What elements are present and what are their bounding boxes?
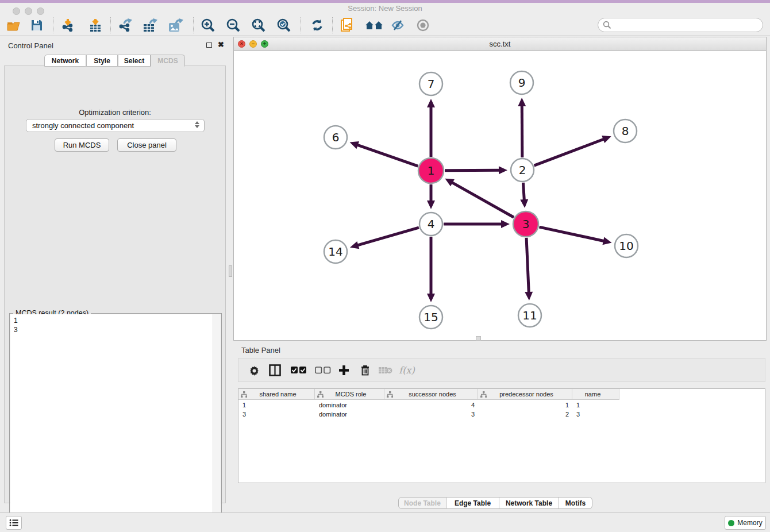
column-header-predecessor-nodes[interactable]: predecessor nodes xyxy=(478,389,572,400)
export-image-icon[interactable] xyxy=(167,17,185,34)
edge-arrowhead xyxy=(525,292,533,300)
mcds-result-text[interactable]: 1 3 xyxy=(10,314,213,527)
import-table-icon[interactable] xyxy=(86,17,105,34)
status-bar: Memory xyxy=(0,512,770,532)
memory-button[interactable]: Memory xyxy=(725,516,766,530)
table-toolbar: f(x) xyxy=(238,358,765,382)
zoom-out-icon[interactable] xyxy=(224,17,242,34)
graph-edge-1-2[interactable] xyxy=(445,170,500,171)
tab-network-table[interactable]: Network Table xyxy=(499,497,559,509)
import-network-icon[interactable] xyxy=(59,17,77,34)
graph-edge-2-3[interactable] xyxy=(523,183,524,201)
refresh-icon[interactable] xyxy=(308,17,326,34)
network-canvas[interactable]: 7968124314101511 xyxy=(234,51,766,340)
zoom-selected-icon[interactable] xyxy=(275,17,293,34)
search-field[interactable] xyxy=(598,18,763,32)
add-row-icon[interactable] xyxy=(335,358,352,381)
control-panel-header: Control Panel ✖ xyxy=(0,37,230,53)
toolbar-separator xyxy=(301,17,301,33)
criterion-value: strongly connected component xyxy=(32,121,134,130)
cell-successor-nodes[interactable]: 4 xyxy=(384,400,478,410)
export-table-icon[interactable] xyxy=(141,17,160,34)
edge-arrowhead xyxy=(518,98,526,106)
graph-edge-1-6[interactable] xyxy=(356,145,418,167)
settings-gear-icon[interactable] xyxy=(247,358,261,381)
table-row[interactable]: 1dominator411 xyxy=(238,400,619,410)
node-table[interactable]: shared nameMCDS rolesuccessor nodesprede… xyxy=(238,388,765,483)
tab-network[interactable]: Network xyxy=(44,55,86,67)
network-window-titlebar[interactable]: × − + scc.txt xyxy=(234,37,766,51)
column-header-shared-name[interactable]: shared name xyxy=(238,389,315,400)
cell-name[interactable]: 1 xyxy=(572,400,619,410)
close-panel-button[interactable]: Close panel xyxy=(117,138,176,152)
table-header-row: shared nameMCDS rolesuccessor nodesprede… xyxy=(238,389,619,400)
function-builder-icon: f(x) xyxy=(397,358,417,381)
graph-edge-2-8[interactable] xyxy=(534,138,605,165)
graph-edge-3-11[interactable] xyxy=(526,238,529,294)
tab-edge-table[interactable]: Edge Table xyxy=(446,497,499,509)
graph-edge-3-1[interactable] xyxy=(451,182,514,218)
result-scrollbar[interactable] xyxy=(213,314,221,527)
save-session-icon[interactable] xyxy=(28,17,46,34)
hide-selected-icon[interactable] xyxy=(388,17,407,34)
graph-node-label: 6 xyxy=(332,130,340,144)
cell-name[interactable]: 3 xyxy=(572,410,619,419)
toolbar-separator xyxy=(53,17,53,33)
search-input[interactable] xyxy=(611,21,749,29)
graph-node-label: 11 xyxy=(522,309,537,322)
show-all-icon[interactable] xyxy=(414,17,432,34)
cell-shared-name[interactable]: 1 xyxy=(238,400,315,410)
edge-arrowhead xyxy=(427,201,435,209)
column-header-successor-nodes[interactable]: successor nodes xyxy=(384,389,478,400)
deselect-all-icon[interactable] xyxy=(313,358,333,381)
column-header-name[interactable]: name xyxy=(572,389,619,400)
sort-column-icon[interactable] xyxy=(317,391,324,398)
cell-successor-nodes[interactable]: 3 xyxy=(384,410,478,419)
export-network-icon[interactable] xyxy=(116,17,134,34)
task-history-button[interactable] xyxy=(6,516,22,530)
first-neighbors-icon[interactable] xyxy=(363,17,385,34)
float-panel-icon[interactable] xyxy=(206,43,212,48)
control-panel-title: Control Panel xyxy=(8,41,53,50)
app-titlebar[interactable]: Session: New Session xyxy=(0,3,770,15)
tab-node-table[interactable]: Node Table xyxy=(398,497,446,509)
column-header-MCDS-role[interactable]: MCDS role xyxy=(315,389,384,400)
fit-content-icon[interactable] xyxy=(249,17,268,34)
edge-arrowhead xyxy=(602,237,611,245)
dropdown-stepper-icon xyxy=(195,121,199,128)
delete-row-icon[interactable] xyxy=(357,358,373,381)
graph-node-label: 1 xyxy=(428,164,435,178)
cell-predecessor-nodes[interactable]: 2 xyxy=(478,410,572,419)
select-all-icon[interactable] xyxy=(289,358,309,381)
criterion-dropdown[interactable]: strongly connected component xyxy=(26,119,205,132)
zoom-in-icon[interactable] xyxy=(199,17,217,34)
sort-column-icon[interactable] xyxy=(387,391,393,398)
cell-shared-name[interactable]: 3 xyxy=(238,410,315,419)
run-mcds-button[interactable]: Run MCDS xyxy=(55,138,109,152)
panel-splitter-handle[interactable] xyxy=(229,265,232,277)
tab-select[interactable]: Select xyxy=(118,55,151,67)
copy-view-icon[interactable] xyxy=(338,17,356,34)
sort-column-icon[interactable] xyxy=(480,391,487,398)
memory-status-icon xyxy=(728,520,734,526)
cell-predecessor-nodes[interactable]: 1 xyxy=(478,400,572,410)
horizontal-splitter-handle[interactable] xyxy=(476,336,481,341)
tab-motifs[interactable]: Motifs xyxy=(559,497,592,509)
cell-MCDS-role[interactable]: dominator xyxy=(315,410,384,419)
graph-edge-2-9[interactable] xyxy=(522,105,522,157)
graph-edge-3-10[interactable] xyxy=(539,227,605,241)
table-row[interactable]: 3dominator323 xyxy=(238,410,619,419)
open-file-icon[interactable] xyxy=(5,17,23,34)
graph-node-label: 15 xyxy=(424,310,438,324)
memory-label: Memory xyxy=(737,519,762,527)
tab-style[interactable]: Style xyxy=(86,55,118,67)
graph-edge-4-14[interactable] xyxy=(357,228,419,245)
cell-MCDS-role[interactable]: dominator xyxy=(315,400,384,410)
tab-mcds[interactable]: MCDS xyxy=(151,55,185,67)
sort-column-icon[interactable] xyxy=(241,391,247,398)
toolbar-separator xyxy=(193,17,194,33)
toolbar-separator xyxy=(332,17,333,33)
edge-arrowhead xyxy=(499,166,507,174)
close-panel-icon[interactable]: ✖ xyxy=(218,40,224,49)
show-columns-icon[interactable] xyxy=(266,358,283,381)
